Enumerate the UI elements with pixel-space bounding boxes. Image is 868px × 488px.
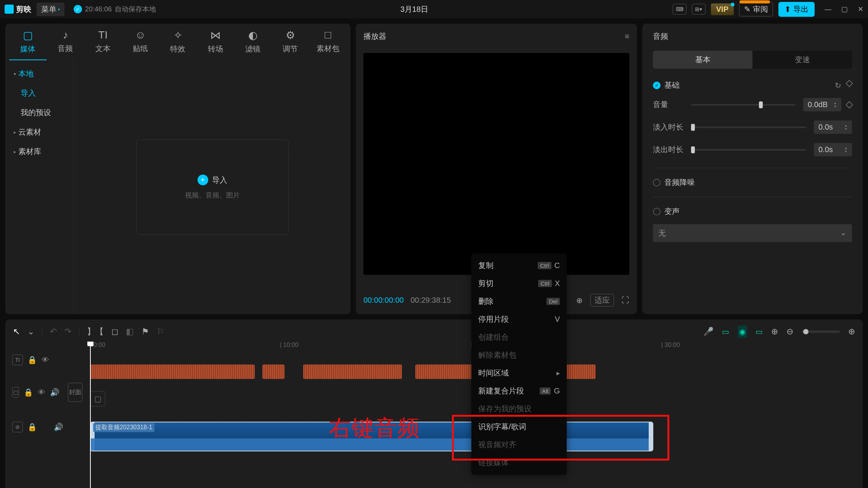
eye-icon[interactable]: 👁 [38,388,45,397]
slider-handle[interactable] [691,124,695,131]
text-clip[interactable] [262,364,285,379]
undo-button[interactable]: ↶ [50,327,57,337]
tab-media[interactable]: ▢媒体 [9,24,47,60]
cover-button[interactable]: 封面 [68,383,82,402]
zoom-in-icon[interactable]: ⊕ [848,327,855,337]
minimize-button[interactable]: — [825,5,831,13]
volume-slider[interactable] [691,104,796,106]
text-track-icon[interactable]: TI [12,355,23,365]
annotation-text: 右键音频 [329,413,420,443]
player-menu-icon[interactable]: ≡ [625,32,629,41]
fadeout-slider[interactable] [691,149,806,151]
sidebar-cloud[interactable]: ▸云素材 [5,122,74,142]
redo-button[interactable]: ↷ [64,327,71,337]
ctx-time-region[interactable]: 时间区域▶ [471,364,567,382]
spinner-icon[interactable]: ▲▼ [844,124,847,131]
video-track-controls: ▢ 🔒 👁 🔊 封面 [9,380,85,405]
marker-remove-tool[interactable]: ⚐ [157,327,164,337]
tab-transition[interactable]: ⋈转场 [197,24,234,60]
zoom-handle[interactable] [803,329,809,334]
preview-icon[interactable]: ▭ [755,327,763,336]
keyframe-icon[interactable] [845,101,853,109]
link-icon[interactable]: ◉ [738,326,747,338]
video-track-icon[interactable]: ▢ [12,387,19,398]
lock-icon[interactable]: 🔒 [27,422,37,432]
import-button[interactable]: + 导入 [198,175,227,185]
media-sidebar: ▾本地 导入 我的预设 ▸云素材 ▸素材库 [5,60,74,314]
lock-icon[interactable]: 🔒 [24,388,33,397]
checkbox-off-icon[interactable] [653,208,661,215]
review-button[interactable]: ✎审阅 [739,2,773,16]
project-title[interactable]: 3月18日 [161,4,667,14]
ctx-cut[interactable]: 剪切CtrlX [471,274,567,292]
text-clip[interactable] [90,364,255,379]
slider-handle[interactable] [691,146,695,153]
keyframe-icon[interactable] [845,80,853,87]
sidebar-library[interactable]: ▸素材库 [5,142,74,161]
autosave-text: 自动保存本地 [115,5,156,14]
lock-icon[interactable]: 🔒 [27,355,37,364]
video-placeholder-icon[interactable]: ▢ [90,391,105,406]
spinner-icon[interactable]: ▲▼ [834,101,837,108]
import-dropzone[interactable]: + 导入 视频、音频、图片 [136,140,289,235]
ctx-delete[interactable]: 删除Del [471,292,567,310]
checkbox-on-icon[interactable]: ✓ [653,82,661,89]
zoom-out-icon[interactable]: ⊖ [786,327,793,337]
media-content: + 导入 视频、音频、图片 [74,60,350,314]
split-tool[interactable]: 】【 [87,326,104,337]
fit-button[interactable]: 适应 [590,294,614,307]
align-icon[interactable]: ⊕ [771,327,778,337]
tab-audio[interactable]: ♪音频 [47,24,84,60]
tab-pack[interactable]: □素材包 [309,24,347,60]
slider-handle[interactable] [759,101,763,108]
spinner-icon[interactable]: ▲▼ [844,146,847,153]
magnet-icon[interactable]: ▭ [722,327,729,336]
reset-icon[interactable]: ↻ [835,81,841,90]
ctx-compound[interactable]: 新建复合片段AltG [471,382,567,400]
zoom-icon[interactable]: ⊕ [576,296,583,305]
ctx-disable[interactable]: 停用片段V [471,310,567,328]
tool-dropdown[interactable]: ⌄ [27,327,34,337]
video-track[interactable]: ▢ [90,391,105,414]
playhead[interactable] [90,342,91,488]
select-tool[interactable]: ↖ [13,327,20,337]
audio-track-icon[interactable]: ⊘ [12,422,23,432]
menu-button[interactable]: 菜单 ▾ [37,3,64,16]
checkbox-off-icon[interactable] [653,179,661,186]
speaker-icon[interactable]: 🔊 [54,422,63,432]
sidebar-local[interactable]: ▾本地 [5,64,74,83]
keyboard-icon[interactable]: ⌨ [673,4,686,14]
tab-filter[interactable]: ◐滤镜 [234,24,272,60]
layout-icon[interactable]: ⊞▾ [692,4,706,14]
player-viewport[interactable] [363,53,629,275]
maximize-button[interactable]: ▢ [841,5,848,13]
voice-select[interactable]: 无 ⌄ [653,224,852,242]
tab-sticker[interactable]: ☺贴纸 [122,24,159,60]
fullscreen-icon[interactable]: ⛶ [622,296,629,305]
fadein-input[interactable]: 0.0s▲▼ [814,120,852,134]
tab-speed[interactable]: 变速 [752,51,852,69]
zoom-slider[interactable] [802,331,840,333]
fadeout-input[interactable]: 0.0s▲▼ [814,143,852,156]
vip-button[interactable]: VIP [711,3,734,15]
crop-tool[interactable]: ◻ [111,327,118,337]
text-clip[interactable] [303,364,402,379]
tab-basic[interactable]: 基本 [653,51,752,69]
eye-icon[interactable]: 👁 [42,356,49,364]
close-button[interactable]: ✕ [858,5,863,13]
tab-adjust[interactable]: ⚙调节 [272,24,309,60]
sidebar-import[interactable]: 导入 [5,83,74,103]
ctx-copy[interactable]: 复制CtrlC [471,257,567,274]
tab-effects[interactable]: ✧特效 [159,24,196,60]
delete-left-tool[interactable]: ◧ [126,327,134,337]
speaker-icon[interactable]: 🔊 [50,388,59,397]
marker-tool[interactable]: ⚑ [141,327,149,337]
export-button[interactable]: ⬆导出 [778,2,815,17]
fadein-slider[interactable] [691,127,806,128]
annotation-box [452,415,669,461]
volume-input[interactable]: 0.0dB▲▼ [803,98,841,111]
orange-indicator [739,0,770,3]
mic-icon[interactable]: 🎤 [703,327,714,337]
tab-text[interactable]: TI文本 [84,24,122,60]
sidebar-presets[interactable]: 我的预设 [5,103,74,122]
